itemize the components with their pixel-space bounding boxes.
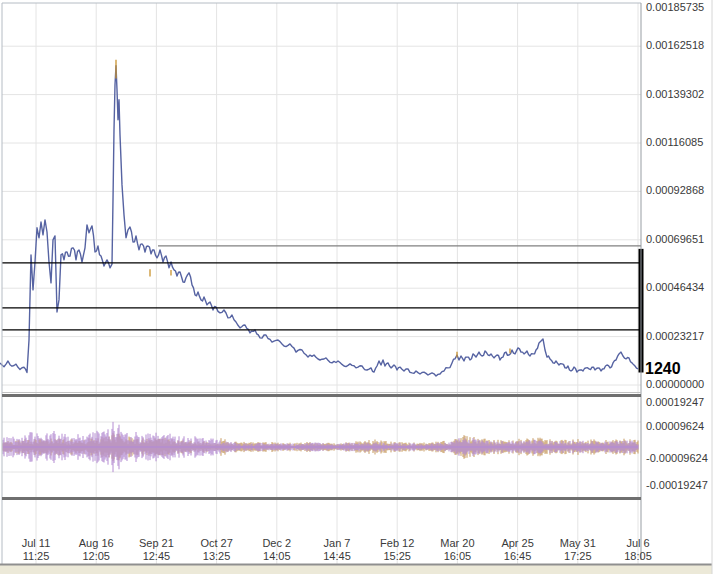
trading-chart-window: 1240 0.001857350.001625180.001393020.001… <box>0 0 728 574</box>
price-chart-canvas[interactable] <box>0 0 728 574</box>
